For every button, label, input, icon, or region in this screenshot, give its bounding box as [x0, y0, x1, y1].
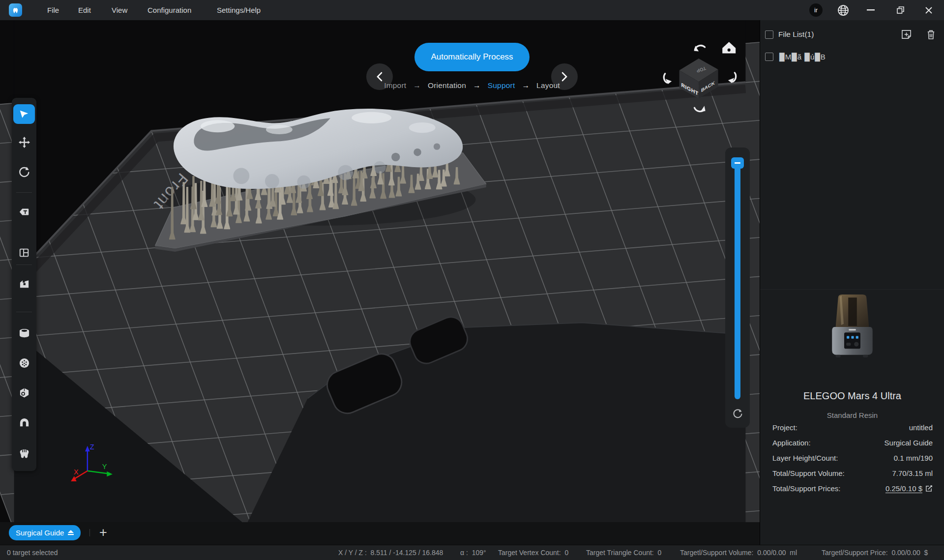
step-arrow-icon: →: [473, 81, 481, 89]
printer-resin-type: Standard Resin: [760, 411, 944, 419]
detail-row-project: Project: untitled: [772, 423, 933, 433]
menu-view[interactable]: View: [112, 0, 127, 20]
price-edit-link[interactable]: 0.25/0.10 $: [885, 484, 933, 493]
axis-z-label: Z: [90, 443, 94, 451]
step-layout[interactable]: Layout: [536, 81, 560, 89]
detail-label: Project:: [772, 423, 797, 432]
detail-value: 0.1 mm/190: [894, 454, 933, 462]
step-arrow-icon: →: [522, 81, 530, 89]
tool-support-edit[interactable]: [13, 274, 35, 294]
add-file-icon[interactable]: [901, 29, 912, 40]
menu-edit[interactable]: Edit: [78, 0, 91, 20]
tab-strip: Surgical Guide +: [0, 522, 760, 545]
menu-file[interactable]: File: [47, 0, 59, 20]
file-list-item[interactable]: █M█ã █ú█B: [760, 49, 944, 64]
detail-row-layer-height: Layer Height/Count: 0.1 mm/190: [772, 454, 933, 464]
tool-base-raft[interactable]: [13, 323, 35, 343]
file-item-checkbox[interactable]: [765, 53, 773, 61]
file-list-checkbox[interactable]: [765, 30, 773, 39]
tool-rotate[interactable]: [13, 162, 35, 182]
tool-palette: [12, 98, 36, 471]
tool-perforate[interactable]: [13, 353, 35, 373]
detail-value: untitled: [909, 423, 933, 432]
status-selected: 0 target selected: [7, 549, 58, 557]
status-xyz: X / Y / Z : 8.511 / -14.125 / 16.848: [338, 549, 443, 557]
axis-y-label: Y: [102, 463, 107, 471]
printer-image: [829, 294, 875, 359]
printer-section: ELEGOO Mars 4 Ultra Standard Resin Proje…: [760, 289, 944, 290]
tool-label-tag[interactable]: [13, 202, 35, 222]
build-plate-scene[interactable]: Front RIGHT: [0, 20, 760, 545]
right-panel: File List(1) █M█ã █ú█B: [760, 20, 944, 545]
title-bar: File Edit View Configuration Settings/He…: [0, 0, 944, 20]
step-orientation[interactable]: Orientation: [428, 81, 466, 89]
add-tab-button[interactable]: +: [96, 524, 110, 541]
detail-label: Total/Support Volume:: [772, 469, 845, 477]
workflow-steps: Import→Orientation→Support→Layout: [295, 81, 649, 90]
tab-separator: [89, 529, 90, 536]
menu-configuration[interactable]: Configuration: [148, 0, 191, 20]
status-alpha: α : 109°: [460, 549, 486, 557]
file-list-header: File List(1): [760, 26, 944, 43]
delete-all-icon[interactable]: [926, 29, 936, 40]
surgical-guide-mode-button[interactable]: Surgical Guide: [9, 525, 81, 540]
minimize-button[interactable]: [863, 3, 878, 17]
status-triangle-count: Target Triangle Count: 0: [586, 549, 661, 557]
file-item-name: █M█ã █ú█B: [779, 53, 826, 61]
detail-value: Surgical Guide: [885, 439, 933, 447]
tool-select[interactable]: [13, 104, 35, 124]
automatically-process-button[interactable]: Automatically Process: [414, 43, 530, 71]
viewport-3d[interactable]: Front RIGHT: [0, 20, 760, 545]
minus-icon: [735, 162, 740, 164]
zoom-slider: [725, 147, 750, 428]
axis-x-label: X: [74, 468, 79, 476]
detail-row-volume: Total/Support Volume: 7.70/3.15 ml: [772, 469, 933, 479]
step-import[interactable]: Import: [384, 81, 406, 89]
tool-split-layout[interactable]: [13, 243, 35, 263]
restore-button[interactable]: [893, 3, 908, 17]
tool-tooth[interactable]: [13, 443, 35, 463]
detail-row-prices: Total/Support Prices: 0.25/0.10 $: [772, 484, 933, 494]
detail-label: Total/Support Prices:: [772, 484, 840, 493]
status-target-price: Targetl/Support Price: 0.00/0.00 $: [822, 549, 928, 557]
detail-value: 7.70/3.15 ml: [892, 469, 933, 477]
close-button[interactable]: [921, 3, 936, 17]
step-support[interactable]: Support: [488, 81, 515, 89]
detail-value: 0.25/0.10 $: [885, 484, 922, 493]
file-list-title: File List(1): [778, 30, 901, 39]
status-vertex-count: Target Vertex Count: 0: [498, 549, 568, 557]
language-globe-icon[interactable]: [836, 3, 851, 17]
detail-label: Layer Height/Count:: [772, 454, 838, 462]
tool-arch[interactable]: [13, 413, 35, 432]
app-logo-icon: [9, 3, 22, 17]
zoom-reset-icon[interactable]: [733, 408, 743, 419]
mode-button-label: Surgical Guide: [16, 529, 64, 537]
user-avatar[interactable]: ir: [809, 3, 823, 17]
status-target-volume: Targetl/Support Volume: 0.00/0.00 ml: [680, 549, 797, 557]
edit-price-icon[interactable]: [925, 485, 933, 492]
tool-hollow[interactable]: [13, 383, 35, 403]
tool-move[interactable]: [13, 132, 35, 152]
printer-model-name: ELEGOO Mars 4 Ultra: [760, 390, 944, 402]
zoom-slider-handle[interactable]: [731, 157, 744, 169]
detail-label: Application:: [772, 439, 811, 447]
step-arrow-icon: →: [413, 81, 421, 89]
eject-icon: [68, 530, 74, 535]
detail-row-application: Application: Surgical Guide: [772, 439, 933, 448]
status-bar: 0 target selected X / Y / Z : 8.511 / -1…: [0, 545, 944, 560]
zoom-slider-track[interactable]: [735, 168, 740, 399]
menu-settings-help[interactable]: Settings/Help: [217, 0, 261, 20]
